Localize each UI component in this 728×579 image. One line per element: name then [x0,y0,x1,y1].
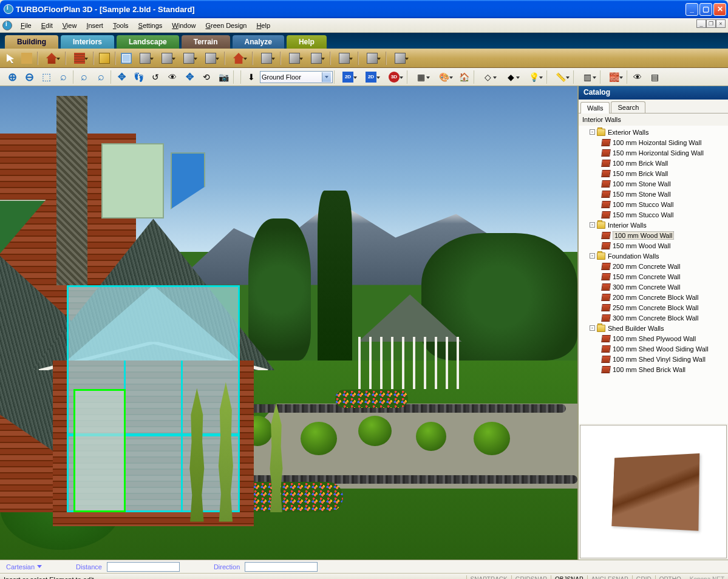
catalog-tab-walls[interactable]: Walls [580,102,610,113]
column-tool[interactable] [97,51,112,66]
deck-tool[interactable] [306,51,327,66]
dimension-tool[interactable] [362,51,383,66]
tree-item[interactable]: 200 mm Concrete Block Wall [581,292,726,302]
stairs-tool[interactable] [179,51,199,66]
menu-edit[interactable]: Edit [36,20,58,31]
zoom-previous-button[interactable] [93,69,109,85]
view-style-button[interactable]: ◇ [477,69,498,85]
tree-item[interactable]: 150 mm Stucco Wall [581,209,726,220]
tab-building[interactable]: Building [5,35,58,49]
orbit-button[interactable]: ↺ [148,69,163,85]
trim-tool[interactable] [390,51,410,66]
paint-tool[interactable] [19,51,34,66]
window-tool[interactable] [119,51,134,66]
zoom-window-button[interactable] [38,69,54,85]
layers-button[interactable]: ▦ [410,69,432,85]
mdi-minimize[interactable]: _ [696,19,706,28]
display-filter-button[interactable]: ▥ [576,69,598,85]
menu-file[interactable]: File [16,20,36,31]
house-wizard-tcommon[interactable] [41,51,62,66]
status-toggle-grid[interactable]: GRID [632,575,655,579]
tree-folder[interactable]: -Exterior Walls [581,127,726,137]
view-2d-button[interactable]: 2D [337,69,359,85]
tree-item[interactable]: 150 mm Brick Wall [581,168,726,178]
distance-input[interactable] [107,562,180,572]
zoom-out-button[interactable] [21,69,37,85]
menu-settings[interactable]: Settings [134,20,168,31]
close-button[interactable]: ✕ [713,3,726,16]
tree-item[interactable]: 100 mm Brick Wall [581,158,726,168]
tree-item[interactable]: 100 mm Shed Brick Wall [581,364,726,374]
maximize-button[interactable]: ▢ [699,3,712,16]
tab-terrain[interactable]: Terrain [182,35,230,49]
tab-help[interactable]: Help [287,35,327,49]
pillar-tool[interactable] [334,51,355,66]
mdi-restore[interactable]: ❐ [706,19,716,28]
fly-button[interactable]: ⟲ [199,69,214,85]
catalog-tree[interactable]: -Exterior Walls100 mm Hoizontal Siding W… [579,126,728,424]
select-tool[interactable] [4,51,18,66]
floor-tool[interactable] [256,51,277,66]
minimize-button[interactable]: _ [685,3,698,16]
zoom-realtime-button[interactable] [76,69,92,85]
texture-button[interactable]: 🧱 [603,69,625,85]
status-toggle-ortho[interactable]: ORTHO [655,575,685,579]
tree-item[interactable]: 100 mm Shed Vinyl Siding Wall [581,354,726,364]
tree-folder[interactable]: -Interior Walls [581,220,726,230]
zoom-in-button[interactable] [4,69,20,85]
tab-analyze[interactable]: Analyze [233,35,284,49]
menu-insert[interactable]: Insert [81,20,108,31]
tree-item[interactable]: 100 mm Stucco Wall [581,199,726,209]
tree-item[interactable]: 100 mm Shed Plywood Wall [581,333,726,344]
ceiling-tool[interactable] [200,51,221,66]
tree-folder[interactable]: -Foundation Walls [581,251,726,261]
status-toggle-gridsnap[interactable]: GRIDSNAP [511,575,551,579]
menu-help[interactable]: Help [251,20,275,31]
catalog-tab-search[interactable]: Search [611,101,645,113]
status-toggle-objsnap[interactable]: OBJSNAP [551,575,587,579]
floor-selector[interactable]: Ground Floor [260,71,333,83]
tab-interiors[interactable]: Interiors [61,35,114,49]
tree-collapse-icon[interactable]: - [590,129,595,135]
door-tool[interactable] [135,51,155,66]
tree-item[interactable]: 300 mm Concrete Wall [581,282,726,292]
pan-button[interactable] [114,69,129,85]
menu-tools[interactable]: Tools [108,20,134,31]
catalog-toggle-button[interactable]: ▤ [647,69,662,85]
tree-item[interactable]: 100 mm Shed Wood Siding Wall [581,344,726,354]
tree-item[interactable]: 150 mm Stone Wall [581,189,726,199]
menu-green-design[interactable]: Green Design [201,20,252,31]
tree-collapse-icon[interactable]: - [590,222,595,228]
tree-item[interactable]: 100 mm Stone Wall [581,178,726,189]
3d-viewport[interactable] [0,86,579,560]
menu-view[interactable]: View [58,20,82,31]
status-toggle-snaptrack[interactable]: SNAPTRACK [466,575,511,579]
direction-input[interactable] [245,562,318,572]
tree-folder[interactable]: -Shed Builder Walls [581,323,726,333]
status-toggle-anglesnap[interactable]: ANGLESNAP [587,575,632,579]
menu-window[interactable]: Window [167,20,200,31]
look-button[interactable]: 👁 [165,69,180,85]
view-2d-designer-button[interactable]: 2D [360,69,382,85]
tree-item[interactable]: 150 mm Horizontal Siding Wall [581,147,726,158]
home-view-button[interactable]: 🏠 [456,69,472,85]
tree-item[interactable]: 300 mm Concrete Block Wall [581,313,726,323]
tree-item[interactable]: 100 mm Wood Wall [581,230,726,240]
foundation-tool[interactable] [284,51,305,66]
camera-button[interactable]: 📷 [216,69,231,85]
document-icon[interactable] [2,21,12,30]
tab-landscape[interactable]: Landscape [117,35,179,49]
tree-collapse-icon[interactable]: - [590,325,595,331]
measure-button[interactable]: 📏 [549,69,571,85]
navigate-button[interactable] [182,69,197,85]
wall-tool[interactable] [69,51,90,66]
tree-item[interactable]: 150 mm Concrete Wall [581,271,726,282]
tree-collapse-icon[interactable]: - [590,253,595,259]
opening-tool[interactable] [157,51,177,66]
roof-tool[interactable] [228,51,249,66]
render-button[interactable]: ◆ [500,69,522,85]
walk-button[interactable] [131,69,146,85]
coord-mode-selector[interactable]: Cartesian [6,563,42,571]
lighting-button[interactable]: 💡 [523,69,545,85]
view-options-button[interactable]: 👁 [630,69,645,85]
